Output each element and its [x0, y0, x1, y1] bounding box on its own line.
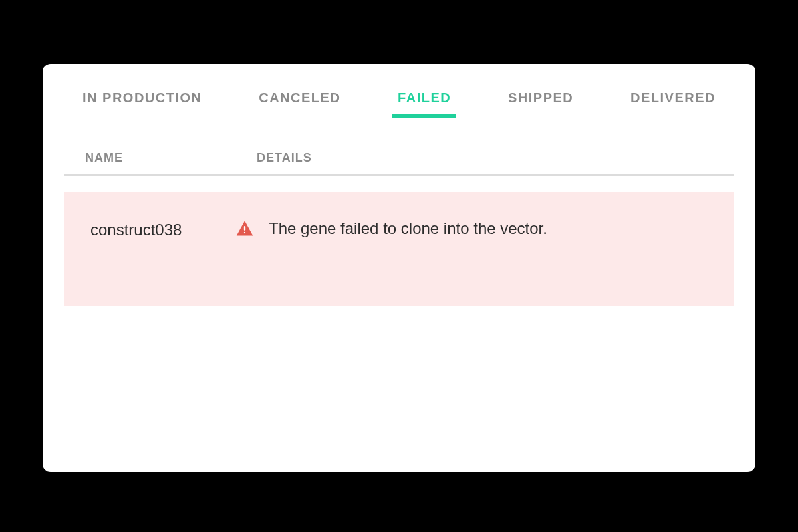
tab-in-production[interactable]: IN PRODUCTION: [82, 84, 202, 118]
tab-shipped[interactable]: SHIPPED: [508, 84, 573, 118]
tab-delivered[interactable]: DELIVERED: [630, 84, 716, 118]
column-header-details: DETAILS: [257, 151, 713, 165]
svg-rect-0: [244, 226, 245, 231]
status-card: IN PRODUCTION CANCELED FAILED SHIPPED DE…: [43, 64, 755, 472]
svg-rect-1: [244, 232, 245, 234]
status-tabs: IN PRODUCTION CANCELED FAILED SHIPPED DE…: [43, 64, 755, 118]
row-details: The gene failed to clone into the vector…: [235, 219, 708, 238]
tab-failed[interactable]: FAILED: [398, 84, 451, 118]
table-body: construct038 The gene failed to clone in…: [43, 192, 755, 306]
column-header-name: NAME: [85, 151, 257, 165]
table-row[interactable]: construct038 The gene failed to clone in…: [64, 192, 734, 306]
warning-icon: [235, 219, 254, 238]
row-name: construct038: [90, 219, 235, 239]
table-header-row: NAME DETAILS: [64, 118, 734, 176]
tab-canceled[interactable]: CANCELED: [259, 84, 340, 118]
row-detail-text: The gene failed to clone into the vector…: [269, 219, 547, 238]
